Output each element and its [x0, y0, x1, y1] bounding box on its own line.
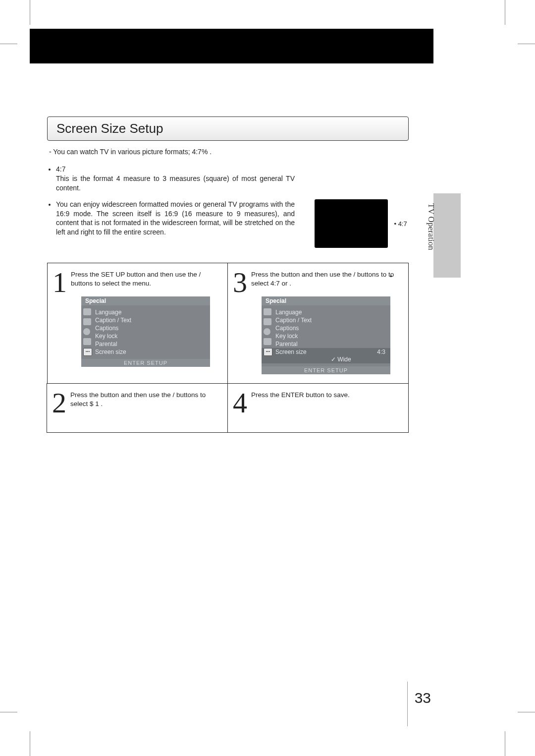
format-a-desc: This is the format 4 measure to 3 measur…: [56, 174, 295, 193]
format-a-label: 4:7: [56, 165, 65, 173]
menu-icon: [83, 328, 90, 335]
osd-item: Language: [275, 308, 386, 316]
osd-item: Caption / Text: [275, 316, 386, 324]
menu-icon: [83, 308, 91, 315]
menu-icon: •••: [264, 348, 272, 356]
step-1-text: Press the SET UP button and then use the…: [71, 270, 222, 288]
intro-text: - You can watch TV in various picture fo…: [49, 148, 407, 156]
menu-icon: [83, 338, 91, 345]
step-2-text: Press the button and then use the / butt…: [70, 391, 222, 408]
step-2: 2 Press the button and then use the / bu…: [47, 383, 228, 433]
step-2-number: 2: [52, 392, 66, 414]
page-number: 33: [415, 690, 431, 706]
osd-footer: ENTER SETUP: [262, 366, 390, 374]
osd-item: Parental: [275, 340, 386, 348]
page-root: TV Operation Screen Size Setup - You can…: [0, 0, 535, 756]
osd-header: Special: [262, 296, 390, 305]
tv-label-a: 4:7: [394, 220, 407, 228]
menu-icon: [264, 318, 271, 325]
format-wide: You can enjoy widescreen formatted movie…: [56, 200, 295, 237]
format-4-3: 4:7 This is the format 4 measure to 3 me…: [56, 165, 295, 193]
osd-item: Parental: [95, 340, 206, 348]
format-descriptions: 4:7 This is the format 4 measure to 3 me…: [47, 165, 409, 244]
page-number-rule: [407, 682, 408, 726]
osd-item: Caption / Text: [95, 316, 206, 324]
menu-icon: [264, 338, 271, 345]
steps-grid: 1 Press the SET UP button and then use t…: [47, 263, 409, 433]
osd-menu-3: Special ••• Language Caption / Text Capt…: [262, 296, 390, 374]
tv-screen-4-3: [315, 199, 388, 248]
step-1: 1 Press the SET UP button and then use t…: [47, 263, 228, 384]
step-3-number: 3: [233, 271, 247, 294]
osd-item: Captions: [95, 324, 206, 332]
osd-item-option: ✓ Wide: [262, 355, 390, 363]
osd-item: Key lock: [275, 332, 386, 340]
osd-item: Key lock: [95, 332, 206, 340]
step-1-number: 1: [53, 271, 67, 294]
content-area: Screen Size Setup - You can watch TV in …: [47, 116, 409, 433]
menu-icon: [83, 318, 91, 325]
header-black-bar: [30, 29, 433, 63]
osd-item-label: Screen size: [275, 349, 307, 355]
osd-item: Screen size: [95, 348, 206, 356]
step-4: 4 Press the ENTER button to save.: [227, 383, 409, 433]
osd-item-selected: Screen size 4:3: [262, 348, 390, 356]
menu-icon: [264, 328, 270, 335]
menu-icon: •••: [83, 348, 92, 356]
osd-menu-1: Special ••• Language Caption / Text Capt…: [81, 296, 210, 367]
step-4-text: Press the ENTER button to save.: [251, 391, 403, 400]
menu-icon: [264, 308, 271, 315]
format-b-desc: You can enjoy widescreen formatted movie…: [56, 200, 295, 237]
osd-footer: ENTER SETUP: [81, 359, 210, 367]
osd-sidebar-icons: •••: [83, 308, 92, 356]
step-4-number: 4: [233, 392, 247, 414]
step-3-text: Press the button and then use the / butt…: [251, 270, 403, 288]
osd-sidebar-icons: •••: [264, 308, 272, 356]
page-title: Screen Size Setup: [47, 116, 409, 141]
osd-item: Captions: [275, 324, 386, 332]
step-3: 3 Press the button and then use the / bu…: [227, 263, 409, 384]
osd-item-value: 4:3: [377, 349, 390, 355]
osd-header: Special: [81, 296, 210, 305]
osd-item: Language: [95, 308, 206, 316]
